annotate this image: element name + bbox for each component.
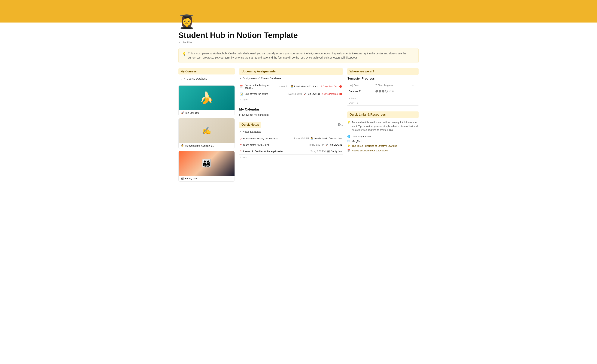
link-bulb-icon: 💡 [347, 144, 350, 147]
scrollbar-hint [347, 105, 419, 106]
left-column: My Courses + ⠿ ↗ Course Database 🍌 🚀 [178, 68, 235, 184]
note-row-3[interactable]: ? Lesson 1: Families & the legal system … [239, 148, 343, 155]
note-new-row[interactable]: + New [239, 155, 343, 160]
course-add-group: + ⠿ [178, 79, 182, 81]
note-course-2: 🚀 Tort Law 101 [326, 143, 342, 146]
triangle-right-icon [239, 114, 241, 116]
note-row-2[interactable]: ? Class Notes 15.05.2021 Today 3:52 PM 🚀… [239, 142, 343, 148]
circle-4 [385, 90, 388, 93]
progress-count-row: COUNT 1 [347, 101, 419, 105]
question-icon-1: ? [240, 137, 242, 140]
notes-arrow-icon: ↗ [239, 130, 242, 133]
right-column: Where are we at? Semester Progress Aa Te… [347, 68, 419, 154]
main-grid: My Courses + ⠿ ↗ Course Database 🍌 🚀 [178, 68, 419, 184]
assignment-name-2: 📝 End of year tort exam [240, 93, 287, 95]
col-progress-header: Σ Term Progress [374, 83, 410, 88]
quick-links-tip: 💡 Personalise this section and add as ma… [347, 120, 419, 132]
upcoming-assignments-header: Upcoming Assignments [239, 68, 343, 75]
assignment-date-1: May 6, 2... [279, 85, 289, 88]
circle-1 [375, 90, 378, 93]
link-university[interactable]: 🌐 University Intranet [347, 135, 419, 138]
assignment-course-1: 👩‍💼 Introduction to Contract... [291, 85, 320, 88]
sigma-icon: Σ [375, 84, 377, 87]
page-container: 👩‍🎓 Student Hub in Notion Template ↙ 1 b… [167, 15, 430, 191]
info-box: 💡 This is your personal student hub. On … [178, 48, 419, 63]
course-card-label-family: 👨‍👩‍👧‍👦 Family Law [179, 176, 235, 182]
quick-notes-section: Quick Notes 💬 1 ↗ Notes Database ? Book … [239, 122, 343, 160]
where-are-we-header: Where are we at? [347, 68, 419, 75]
link-study-week[interactable]: 📅 How to structure your study week [347, 149, 419, 152]
calendar-section: My Calendar Show me my schedule [239, 108, 343, 116]
add-course-icon[interactable]: + [178, 79, 180, 81]
progress-pct: 42% [389, 90, 394, 93]
col-add-header[interactable]: + [410, 83, 419, 88]
note-course-1: 👩‍💼 Introduction to Contract Law [310, 137, 342, 140]
calendar-title: My Calendar [239, 108, 343, 111]
page-title: Student Hub in Notion Template [178, 31, 419, 40]
quick-notes-header: Quick Notes 💬 1 [239, 122, 343, 128]
course-card-contract[interactable]: ✍️ 👩‍💼 Introduction to Contract L... [178, 118, 235, 149]
backlink-icon: ↙ [178, 41, 181, 44]
course-card-label-tort: 🚀 Tort Law 101 [179, 110, 235, 116]
note-name-3: ? Lesson 1: Families & the legal system [240, 150, 309, 153]
comment-icon: 💬 [338, 123, 341, 126]
note-course-3: 👨‍👩‍👧‍👦 Family Law [327, 150, 342, 152]
page-icon: 👩‍🎓 [178, 15, 419, 29]
link-principles[interactable]: 💡 The Three Principles of Effective Lear… [347, 144, 419, 147]
calendar-toggle[interactable]: Show me my schedule [239, 113, 343, 116]
assignment-date-2: May 13, 2021 [289, 93, 302, 95]
quick-notes-title[interactable]: Quick Notes [239, 122, 261, 128]
assignment-new-plus-icon: + [240, 98, 242, 101]
progress-new-row[interactable]: + New [347, 96, 419, 101]
aa-icon: Aa [349, 84, 353, 87]
assignment-name-1: 📅 Paper on the history of contra... [240, 84, 277, 89]
note-new-plus-icon: + [240, 156, 242, 158]
assignments-section: Upcoming Assignments ↗ Assignments & Exa… [239, 68, 343, 102]
question-icon-2: ? [240, 143, 242, 147]
assignment-new-row[interactable]: + New [239, 97, 343, 102]
my-courses-header: My Courses [178, 68, 235, 74]
progress-table: Aa Term Σ Term Progress + [347, 83, 419, 94]
comment-badge: 💬 1 [338, 123, 343, 126]
assignment-due-1: 9 Days Past Du... 🔴 [321, 85, 342, 88]
note-time-3: Today 3:52 PM [311, 150, 326, 152]
backlink[interactable]: ↙ 1 backlink [178, 41, 419, 44]
note-name-2: ? Class Notes 15.05.2021 [240, 143, 307, 147]
col-term-header: Aa Term [347, 83, 374, 88]
drag-handle-icon: ⠿ [181, 79, 182, 81]
assignments-db-link[interactable]: ↗ Assignments & Exams Database [239, 77, 343, 80]
progress-cell: 42% [374, 88, 410, 94]
progress-circles: 42% [375, 90, 409, 93]
course-card-label-contract: 👩‍💼 Introduction to Contract L... [179, 143, 235, 149]
note-row-1[interactable]: ? Book Notes History of Contracts Today … [239, 135, 343, 142]
circle-3 [382, 90, 385, 93]
semester-progress-title: Semester Progress [347, 77, 419, 80]
assignments-arrow-icon: ↗ [239, 77, 242, 80]
notepad-tag-icon-2: 📝 [240, 93, 243, 95]
course-card-tort-law[interactable]: 🍌 🚀 Tort Law 101 [178, 85, 235, 116]
course-card-image-contract: ✍️ [179, 119, 235, 143]
assignment-row-1[interactable]: 📅 Paper on the history of contra... May … [239, 82, 343, 91]
course-card-image-tort: 🍌 [179, 86, 235, 110]
quick-links-header: Quick Links & Resources [347, 111, 419, 118]
globe-icon: 🌐 [347, 135, 350, 138]
circle-2 [379, 90, 381, 93]
course-card-family-law[interactable]: 👨‍👩‍👧‍👦 👨‍👩‍👧‍👦 Family Law [178, 151, 235, 182]
term-cell: Summer 21 [347, 88, 374, 94]
assignment-course-2: 🚀 Tort Law 101 [304, 93, 320, 95]
mail-icon: ✉️ [347, 140, 350, 142]
notes-db-link[interactable]: ↗ Notes Database [239, 130, 343, 133]
center-column: Upcoming Assignments ↗ Assignments & Exa… [239, 68, 343, 160]
progress-row-summer21[interactable]: Summer 21 42% [347, 88, 419, 94]
note-name-1: ? Book Notes History of Contracts [240, 137, 292, 140]
link-calendar-icon: 📅 [347, 149, 350, 152]
course-database-link[interactable]: ↗ Course Database [182, 77, 208, 80]
add-column-icon[interactable]: + [412, 84, 414, 87]
question-icon-3: ? [240, 150, 242, 153]
bulb-icon: 💡 [182, 52, 186, 56]
arrow-up-right-icon: ↗ [183, 77, 186, 80]
progress-new-plus-icon: + [349, 97, 350, 100]
note-time-1: Today 3:52 PM [294, 137, 309, 140]
link-gmail[interactable]: ✉️ My gMail [347, 140, 419, 142]
assignment-row-2[interactable]: 📝 End of year tort exam May 13, 2021 🚀 T… [239, 91, 343, 97]
